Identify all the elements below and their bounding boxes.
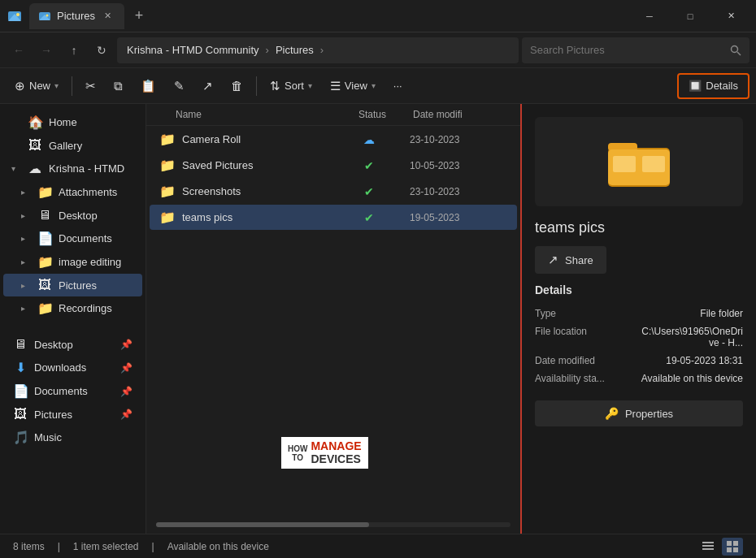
pinned-desktop[interactable]: 🖥 Desktop 📌 <box>3 333 142 356</box>
refresh-button[interactable]: ↻ <box>89 38 114 63</box>
file-date-camera-roll: 23-10-2023 <box>410 134 507 145</box>
details-view-toggle[interactable] <box>722 538 743 556</box>
sidebar-item-desktop[interactable]: ▸ 🖥 Desktop <box>3 204 142 227</box>
paste-button[interactable]: 📋 <box>133 73 164 99</box>
sidebar-recordings-label: Recordings <box>59 302 133 314</box>
sidebar-item-image-editing[interactable]: ▸ 📁 image editing <box>3 250 142 274</box>
scroll-track[interactable] <box>156 522 511 527</box>
sidebar-item-documents[interactable]: ▸ 📄 Documents <box>3 227 142 250</box>
new-button[interactable]: ⊕ New ▾ <box>7 73 67 99</box>
search-input[interactable] <box>530 44 725 56</box>
detail-val-location: C:\Users\91965\OneDrive - H... <box>639 326 743 348</box>
address-part-1: Krishna - HTMD Community <box>127 44 259 56</box>
detail-folder-name: teams pics <box>535 219 743 236</box>
view-button[interactable]: ☰ View ▾ <box>322 73 384 99</box>
action-bar: ⊕ New ▾ ✂ ⧉ 📋 ✎ ↗ 🗑 ⇅ Sort ▾ ☰ View ▾ ··… <box>0 68 756 104</box>
file-status-screenshots: ✔ <box>328 185 410 198</box>
tab-close-button[interactable]: ✕ <box>102 10 115 23</box>
pin-icon-downloads: 📌 <box>120 362 133 374</box>
column-name: Name <box>156 109 332 120</box>
more-button[interactable]: ··· <box>385 73 411 99</box>
detail-key-availability: Availability sta... <box>535 373 639 384</box>
status-count: 8 items <box>13 541 45 552</box>
details-section: Details Type File folder File location C… <box>535 283 743 387</box>
file-row-saved-pictures[interactable]: 📁 Saved Pictures ✔ 10-05-2023 <box>150 153 517 178</box>
window-controls: ─ □ ✕ <box>631 3 749 29</box>
paste-icon: 📋 <box>141 79 156 93</box>
check-status-icon-2: ✔ <box>364 185 374 198</box>
close-button[interactable]: ✕ <box>712 3 749 29</box>
list-view-toggle[interactable] <box>697 538 719 556</box>
recordings-folder-icon: 📁 <box>37 301 52 316</box>
sidebar-item-home[interactable]: 🏠 Home <box>3 110 142 134</box>
details-panel: teams pics ↗ Share Details Type File fol… <box>520 104 756 534</box>
file-name-teams-pics: teams pics <box>182 211 328 223</box>
share-btn-label: Share <box>565 254 593 266</box>
back-button[interactable]: ← <box>7 38 31 63</box>
pin-icon-desktop: 📌 <box>120 339 133 350</box>
detail-share-button[interactable]: ↗ Share <box>535 246 606 274</box>
file-row-teams-pics[interactable]: 📁 teams pics ✔ 19-05-2023 <box>150 205 517 230</box>
pin-music-icon: 🎵 <box>13 430 28 445</box>
up-button[interactable]: ↑ <box>62 38 86 63</box>
forward-button[interactable]: → <box>34 38 59 63</box>
pinned-documents[interactable]: 📄 Documents 📌 <box>3 379 142 403</box>
tab-pictures[interactable]: Pictures ✕ <box>29 3 124 29</box>
rename-icon: ✎ <box>174 79 185 93</box>
cut-button[interactable]: ✂ <box>77 73 104 99</box>
pinned-music[interactable]: 🎵 Music <box>3 426 142 449</box>
share-action-button[interactable]: ↗ <box>194 73 221 99</box>
copy-icon: ⧉ <box>114 79 123 93</box>
minimize-button[interactable]: ─ <box>631 3 668 29</box>
address-part-2: Pictures <box>276 44 314 56</box>
svg-rect-13 <box>702 542 714 543</box>
sort-button[interactable]: ⇅ Sort ▾ <box>262 73 320 99</box>
delete-button[interactable]: 🗑 <box>223 73 251 99</box>
column-status: Status <box>332 109 413 120</box>
check-status-icon-1: ✔ <box>364 159 374 172</box>
properties-button[interactable]: 🔑 Properties <box>535 400 743 426</box>
sidebar-item-recordings[interactable]: ▸ 📁 Recordings <box>3 296 142 320</box>
pin-desktop-icon: 🖥 <box>13 337 28 352</box>
search-bar[interactable] <box>522 37 749 63</box>
pin-icon-documents: 📌 <box>120 386 133 397</box>
gallery-icon: 🖼 <box>28 138 42 153</box>
detail-key-location: File location <box>535 326 639 348</box>
address-sep-2: › <box>320 44 324 56</box>
svg-point-5 <box>46 14 49 16</box>
file-row-screenshots[interactable]: 📁 Screenshots ✔ 23-10-2023 <box>150 179 517 204</box>
title-bar: Pictures ✕ + ─ □ ✕ <box>0 0 756 32</box>
sidebar-documents-label: Documents <box>59 232 133 244</box>
watermark-logo: HOW TO MANAGE DEVICES <box>281 437 368 469</box>
address-bar[interactable]: Krishna - HTMD Community › Pictures › <box>117 37 519 63</box>
sidebar-image-editing-label: image editing <box>59 256 133 268</box>
status-bar: 8 items | 1 item selected | Available on… <box>0 534 756 558</box>
details-label: Details <box>706 80 738 92</box>
file-date-saved-pictures: 10-05-2023 <box>410 160 507 171</box>
pinned-downloads[interactable]: ⬇ Downloads 📌 <box>3 356 142 379</box>
view-label: View <box>345 80 367 92</box>
image-editing-chevron-icon: ▸ <box>21 257 31 266</box>
search-icon <box>730 45 741 56</box>
pinned-pictures[interactable]: 🖼 Pictures 📌 <box>3 403 142 426</box>
detail-row-type: Type File folder <box>535 305 743 322</box>
new-tab-button[interactable]: + <box>128 5 150 28</box>
sidebar-item-gallery[interactable]: 🖼 Gallery <box>3 134 142 157</box>
desktop-chevron-icon: ▸ <box>21 211 31 220</box>
sidebar-attachments-label: Attachments <box>59 186 133 198</box>
file-row-camera-roll[interactable]: 📁 Camera Roll ☁ 23-10-2023 <box>150 127 517 152</box>
sidebar-item-pictures[interactable]: ▸ 🖼 Pictures <box>3 274 142 296</box>
copy-button[interactable]: ⧉ <box>106 73 131 99</box>
status-selected: 1 item selected <box>73 541 139 552</box>
sidebar-item-krishna[interactable]: ▾ ☁ Krishna - HTMD <box>3 157 142 180</box>
sidebar-desktop-label: Desktop <box>59 210 133 222</box>
svg-rect-16 <box>727 541 732 546</box>
attachments-folder-icon: 📁 <box>37 184 52 200</box>
scroll-thumb <box>156 522 369 527</box>
details-button[interactable]: 🔲 Details <box>677 73 749 99</box>
rename-button[interactable]: ✎ <box>166 73 193 99</box>
image-editing-folder-icon: 📁 <box>37 254 52 270</box>
svg-rect-15 <box>702 548 714 550</box>
maximize-button[interactable]: □ <box>671 3 709 29</box>
sidebar-item-attachments[interactable]: ▸ 📁 Attachments <box>3 180 142 204</box>
